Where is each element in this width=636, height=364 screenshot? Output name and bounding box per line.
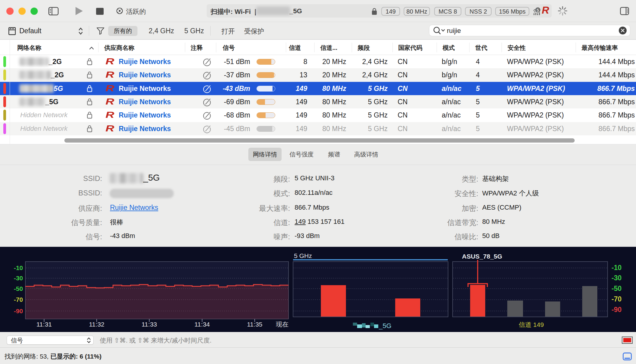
svg-text:11:32: 11:32	[89, 321, 105, 328]
svg-text:-70: -70	[14, 296, 23, 303]
svg-text:5 GHz: 5 GHz	[294, 252, 312, 259]
svg-text:-10: -10	[612, 264, 621, 272]
svg-text:11:31: 11:31	[37, 321, 52, 328]
svg-text:_5G: _5G	[379, 322, 392, 330]
svg-text:-50: -50	[14, 285, 23, 292]
svg-text:-90: -90	[612, 306, 621, 314]
svg-text:11:34: 11:34	[195, 321, 210, 328]
svg-text:-30: -30	[14, 275, 23, 282]
svg-text:信道 149: 信道 149	[519, 321, 544, 328]
svg-text:-90: -90	[14, 308, 23, 314]
svg-text:现在: 现在	[276, 321, 289, 328]
svg-text:ASUS_78_5G: ASUS_78_5G	[462, 253, 502, 260]
svg-text:11:35: 11:35	[247, 321, 263, 328]
svg-text:5: 5	[537, 8, 539, 13]
svg-text:-10: -10	[14, 264, 23, 271]
svg-text:-50: -50	[612, 285, 621, 292]
svg-text:11:33: 11:33	[142, 321, 157, 328]
svg-text:-30: -30	[612, 274, 621, 282]
svg-text:-70: -70	[612, 295, 621, 303]
